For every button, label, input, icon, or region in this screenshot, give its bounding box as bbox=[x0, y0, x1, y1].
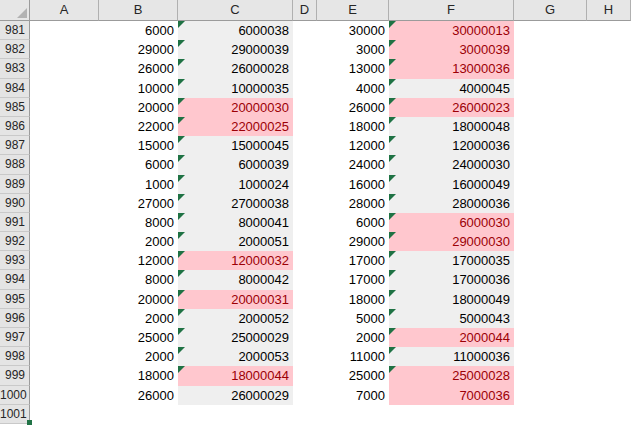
cell-F[interactable]: 2000044 bbox=[389, 328, 514, 347]
cell-F[interactable]: 26000023 bbox=[389, 98, 514, 117]
cell-C[interactable]: 20000030 bbox=[178, 98, 293, 117]
cell-H[interactable] bbox=[587, 328, 631, 347]
row-header[interactable]: 989 bbox=[0, 175, 30, 194]
row-header[interactable]: 983 bbox=[0, 59, 30, 78]
column-header-B[interactable]: B bbox=[99, 0, 178, 21]
cell-G[interactable] bbox=[514, 136, 587, 155]
cell-E[interactable]: 26000 bbox=[317, 98, 389, 117]
cell-G[interactable] bbox=[514, 117, 587, 136]
cell-B[interactable]: 12000 bbox=[99, 251, 178, 270]
row-header[interactable]: 986 bbox=[0, 117, 30, 136]
row-header[interactable]: 999 bbox=[0, 366, 30, 385]
row-header[interactable]: 1000 bbox=[0, 386, 30, 405]
row-header[interactable]: 990 bbox=[0, 194, 30, 213]
cell-F[interactable]: 12000036 bbox=[389, 136, 514, 155]
cell-H[interactable] bbox=[587, 40, 631, 59]
cell-B[interactable]: 2000 bbox=[99, 232, 178, 251]
cell-D[interactable] bbox=[293, 405, 317, 424]
cell-D[interactable] bbox=[293, 270, 317, 289]
row-header[interactable]: 992 bbox=[0, 232, 30, 251]
cell-H[interactable] bbox=[587, 79, 631, 98]
column-header-E[interactable]: E bbox=[317, 0, 389, 21]
cell-F[interactable]: 28000036 bbox=[389, 194, 514, 213]
cell-G[interactable] bbox=[514, 59, 587, 78]
cell-F[interactable]: 29000030 bbox=[389, 232, 514, 251]
cell-A[interactable] bbox=[30, 366, 99, 385]
cell-E[interactable]: 2000 bbox=[317, 328, 389, 347]
cell-G[interactable] bbox=[514, 232, 587, 251]
cell-B[interactable]: 8000 bbox=[99, 213, 178, 232]
cell-H[interactable] bbox=[587, 366, 631, 385]
cell-E[interactable]: 4000 bbox=[317, 79, 389, 98]
cell-D[interactable] bbox=[293, 117, 317, 136]
cell-G[interactable] bbox=[514, 290, 587, 309]
cell-F[interactable]: 13000036 bbox=[389, 59, 514, 78]
cell-H[interactable] bbox=[587, 59, 631, 78]
cell-F[interactable]: 30000013 bbox=[389, 21, 514, 40]
cell-A[interactable] bbox=[30, 290, 99, 309]
cell-C[interactable]: 26000028 bbox=[178, 59, 293, 78]
row-header[interactable]: 991 bbox=[0, 213, 30, 232]
cell-A[interactable] bbox=[30, 309, 99, 328]
row-header[interactable]: 988 bbox=[0, 155, 30, 174]
cell-G[interactable] bbox=[514, 40, 587, 59]
cell-B[interactable]: 26000 bbox=[99, 59, 178, 78]
cell-E[interactable]: 18000 bbox=[317, 290, 389, 309]
cell-F[interactable]: 24000030 bbox=[389, 155, 514, 174]
cell-A[interactable] bbox=[30, 21, 99, 40]
cell-E[interactable]: 6000 bbox=[317, 213, 389, 232]
cell-H[interactable] bbox=[587, 155, 631, 174]
cell-F[interactable]: 18000048 bbox=[389, 117, 514, 136]
cell-G[interactable] bbox=[514, 194, 587, 213]
cell-D[interactable] bbox=[293, 79, 317, 98]
row-header[interactable]: 996 bbox=[0, 309, 30, 328]
cell-A[interactable] bbox=[30, 59, 99, 78]
cell-H[interactable] bbox=[587, 98, 631, 117]
cell-G[interactable] bbox=[514, 309, 587, 328]
row-header[interactable]: 984 bbox=[0, 79, 30, 98]
cell-D[interactable] bbox=[293, 175, 317, 194]
cell-C[interactable]: 6000039 bbox=[178, 155, 293, 174]
row-header[interactable]: 981 bbox=[0, 21, 30, 40]
cell-H[interactable] bbox=[587, 117, 631, 136]
cell-C[interactable] bbox=[178, 405, 293, 424]
cell-D[interactable] bbox=[293, 386, 317, 405]
cell-B[interactable]: 27000 bbox=[99, 194, 178, 213]
column-header-D[interactable]: D bbox=[293, 0, 317, 21]
cell-D[interactable] bbox=[293, 328, 317, 347]
cell-G[interactable] bbox=[514, 366, 587, 385]
select-all-button[interactable] bbox=[0, 0, 30, 21]
cell-C[interactable]: 18000044 bbox=[178, 366, 293, 385]
cell-G[interactable] bbox=[514, 21, 587, 40]
cell-F[interactable]: 5000043 bbox=[389, 309, 514, 328]
cell-B[interactable]: 25000 bbox=[99, 328, 178, 347]
column-header-C[interactable]: C bbox=[178, 0, 293, 21]
cell-A[interactable] bbox=[30, 79, 99, 98]
cell-D[interactable] bbox=[293, 21, 317, 40]
row-header[interactable]: 995 bbox=[0, 290, 30, 309]
cell-E[interactable]: 17000 bbox=[317, 251, 389, 270]
column-header-F[interactable]: F bbox=[389, 0, 514, 21]
cell-D[interactable] bbox=[293, 309, 317, 328]
cell-F[interactable]: 7000036 bbox=[389, 386, 514, 405]
cell-A[interactable] bbox=[30, 194, 99, 213]
cell-A[interactable] bbox=[30, 251, 99, 270]
cell-F[interactable]: 11000036 bbox=[389, 347, 514, 366]
cell-F[interactable]: 4000045 bbox=[389, 79, 514, 98]
cell-H[interactable] bbox=[587, 175, 631, 194]
cell-H[interactable] bbox=[587, 386, 631, 405]
cell-H[interactable] bbox=[587, 405, 631, 424]
row-header[interactable]: 997 bbox=[0, 328, 30, 347]
cell-B[interactable]: 15000 bbox=[99, 136, 178, 155]
cell-G[interactable] bbox=[514, 386, 587, 405]
cell-C[interactable]: 2000051 bbox=[178, 232, 293, 251]
cell-C[interactable]: 1000024 bbox=[178, 175, 293, 194]
cell-E[interactable]: 11000 bbox=[317, 347, 389, 366]
cell-F[interactable]: 25000028 bbox=[389, 366, 514, 385]
cell-D[interactable] bbox=[293, 40, 317, 59]
cell-D[interactable] bbox=[293, 213, 317, 232]
cell-E[interactable]: 3000 bbox=[317, 40, 389, 59]
cell-D[interactable] bbox=[293, 251, 317, 270]
cell-D[interactable] bbox=[293, 98, 317, 117]
cell-A[interactable] bbox=[30, 136, 99, 155]
